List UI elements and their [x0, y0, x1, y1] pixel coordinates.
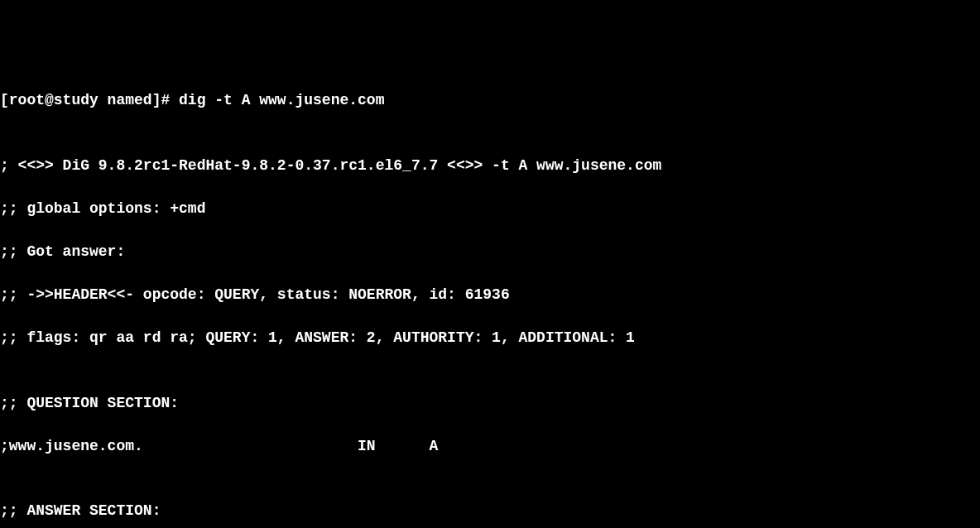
global-options-line: ;; global options: +cmd: [0, 198, 980, 219]
flags-line: ;; flags: qr aa rd ra; QUERY: 1, ANSWER:…: [0, 327, 980, 348]
header-line: ;; ->>HEADER<<- opcode: QUERY, status: N…: [0, 284, 980, 305]
question-section-header: ;; QUESTION SECTION:: [0, 392, 980, 414]
question-record: ;www.jusene.com. IN A: [0, 435, 980, 457]
got-answer-line: ;; Got answer:: [0, 241, 980, 262]
answer-section-header: ;; ANSWER SECTION:: [0, 500, 980, 521]
dig-version-line: ; <<>> DiG 9.8.2rc1-RedHat-9.8.2-0.37.rc…: [0, 155, 980, 176]
prompt-line: [root@study named]# dig -t A www.jusene.…: [0, 89, 980, 111]
